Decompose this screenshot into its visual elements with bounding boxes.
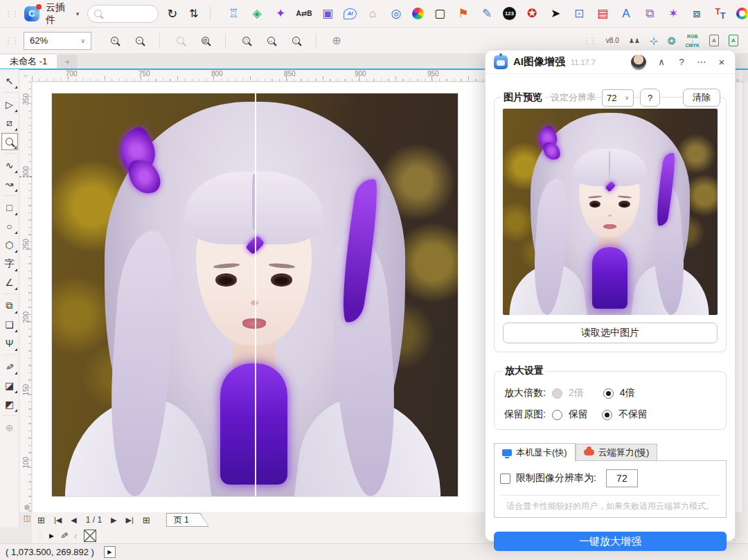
toolbar-drag-handle[interactable]: ⋮⋮ [4, 9, 18, 19]
color-wheel-icon[interactable] [412, 8, 424, 19]
pencil-sparkle-icon[interactable]: ✎ [479, 5, 495, 23]
artistic-media-tool[interactable]: ↝ [1, 175, 18, 192]
history-icon[interactable]: ↻ [164, 6, 180, 21]
transparency-tool[interactable]: Ψ [1, 334, 18, 352]
ai-pagoda-icon[interactable]: ♖ [226, 5, 241, 23]
zoom-tool[interactable] [1, 133, 18, 150]
fill-tool[interactable]: ◪ [1, 377, 18, 394]
eyedropper-tool[interactable]: ✎ [1, 358, 18, 375]
copy-frames-icon[interactable]: ⧉ [642, 5, 657, 23]
building-icon[interactable]: ⌂ [365, 5, 380, 23]
plugin-search-input[interactable] [87, 5, 159, 23]
pick-tool[interactable]: ↖ [1, 72, 18, 89]
rectangle-tool[interactable]: □ [1, 199, 18, 216]
photo-stack-icon[interactable]: ⧈ [689, 5, 704, 23]
canvas-artwork-image[interactable] [52, 93, 458, 496]
polygon-tool[interactable]: ⬡ [1, 236, 18, 253]
text-convert-icon[interactable]: TT [713, 5, 728, 23]
help-button[interactable]: ? [677, 57, 686, 67]
collapse-button[interactable]: ∧ [657, 57, 666, 67]
doc-navigator-icon[interactable]: ▶ [104, 546, 116, 558]
crop-tool[interactable]: ⧄ [1, 114, 18, 132]
vertical-ruler[interactable]: 350300250200150100 [19, 82, 32, 512]
dragon-icon[interactable]: ✦ [273, 5, 288, 23]
new-document-tab-button[interactable]: + [57, 55, 78, 69]
close-button[interactable]: × [717, 56, 727, 68]
limit-resolution-checkbox[interactable] [500, 473, 510, 484]
resolution-help-button[interactable]: ? [640, 89, 660, 107]
letter-a-icon[interactable]: A [618, 5, 634, 23]
no-fill-swatch[interactable] [84, 530, 96, 542]
sort-icon[interactable]: ⇅ [186, 7, 202, 20]
settings-globe-icon[interactable]: ❂ [668, 35, 676, 46]
last-page-icon[interactable]: ▶| [126, 516, 134, 525]
doc-properties-icon[interactable]: A [709, 35, 719, 46]
export-doc-icon[interactable]: A [729, 35, 738, 46]
flyout-arrow-icon[interactable]: ▶ [49, 532, 54, 539]
page-tab-1[interactable]: 页 1 [166, 513, 209, 527]
user-avatar[interactable] [631, 55, 646, 70]
tab-local-gpu[interactable]: 本机显卡(快) [494, 443, 576, 462]
numbers-icon[interactable]: 123 [503, 7, 516, 20]
collapse-arrow-icon[interactable]: ‹ [74, 530, 78, 541]
tab-cloud-compute[interactable]: 云端算力(慢) [576, 444, 658, 461]
freehand-tool[interactable]: ∿ [1, 156, 18, 174]
add-icon[interactable]: ⊕ [329, 34, 344, 47]
text-tool[interactable]: 字 [1, 255, 18, 272]
plugin-menu[interactable]: 云插件 [46, 1, 73, 26]
chevron-down-icon[interactable]: ▾ [76, 10, 80, 17]
rgb-cmyk-icon[interactable]: RGB ↓ CMYK [685, 34, 700, 48]
shape-tool[interactable]: ▷ [1, 96, 18, 113]
stamp-icon[interactable]: ✪ [524, 5, 540, 23]
certificate-icon[interactable]: ⚑ [456, 5, 471, 23]
preview-image[interactable] [503, 109, 718, 315]
toolbar-drag-handle-2[interactable]: ⋮⋮ [4, 36, 18, 46]
first-page-icon[interactable]: |◀ [54, 516, 62, 525]
corel-plugin-logo-icon[interactable] [24, 6, 40, 22]
radio-keep-label[interactable]: 保留 [569, 408, 588, 421]
radio-keep[interactable] [552, 410, 562, 420]
more-button[interactable]: ⋯ [697, 57, 706, 67]
vertical-scrollbar[interactable] [742, 82, 748, 512]
prev-page-icon[interactable]: ◀ [71, 516, 76, 525]
add-page2-icon[interactable]: ⊞ [143, 515, 150, 525]
grid-icon[interactable]: ◫ [24, 514, 30, 523]
badge-icon[interactable]: ◎ [389, 5, 404, 23]
shadow-tool[interactable]: ❏ [1, 316, 18, 333]
zoom-level-combo[interactable]: 62% ∨ [24, 32, 91, 50]
translate-ab-icon[interactable]: A⇄B [296, 5, 312, 23]
add-page-icon[interactable]: ⊞ [37, 515, 45, 525]
frame-icon[interactable]: ▢ [432, 5, 447, 23]
interactive-fill-tool[interactable]: ◩ [1, 395, 18, 413]
resolution-select[interactable]: 72 ∨ [602, 89, 634, 107]
zoom-all-icon[interactable]: @ [197, 37, 213, 44]
dialog-titlebar[interactable]: AI图像增强 11.17.7 ∧ ? ⋯ × [486, 51, 735, 74]
radio-discard[interactable] [602, 410, 612, 420]
gem-icon[interactable]: ◈ [249, 5, 265, 23]
connector-tool[interactable]: ⧉ [1, 297, 18, 314]
image-select-icon[interactable]: ⊡ [571, 5, 587, 23]
radio-4x-label[interactable]: 4倍 [620, 387, 635, 399]
eyedropper-icon[interactable]: ✎ [58, 531, 70, 540]
users-icon[interactable]: ♟♟ [629, 37, 640, 44]
snowflake-icon[interactable]: ❊ [24, 503, 30, 512]
ruler-origin[interactable]: ⁘ [19, 70, 32, 82]
image-frame-icon[interactable]: ▣ [320, 5, 335, 23]
zoom-in-icon[interactable]: + [107, 37, 122, 44]
seal-machine-icon[interactable]: ▤ [595, 5, 610, 23]
next-page-icon[interactable]: ▶ [111, 516, 116, 525]
zoom-height-icon[interactable]: ↕ [288, 37, 303, 44]
zoom-selected-icon[interactable] [172, 37, 188, 44]
radio-4x[interactable] [603, 388, 614, 399]
customize-tool[interactable]: ⊕ [1, 419, 18, 436]
ai-chat-icon[interactable]: AI [344, 8, 357, 19]
limit-resolution-input[interactable]: 72 [606, 469, 638, 487]
zoom-out-icon[interactable]: − [132, 37, 147, 44]
limit-resolution-label[interactable]: 限制图像分辨率为: [516, 472, 596, 485]
magic-wand-icon[interactable]: ✶ [666, 5, 681, 23]
radio-2x-label[interactable]: 2倍 [569, 387, 584, 399]
document-tab-active[interactable]: 未命名 -1 [0, 55, 57, 69]
toolbar-drag-handle-3[interactable]: ⋮⋮ [582, 36, 596, 46]
dimension-tool[interactable]: ∠ [1, 273, 18, 291]
radio-2x[interactable] [552, 388, 562, 399]
